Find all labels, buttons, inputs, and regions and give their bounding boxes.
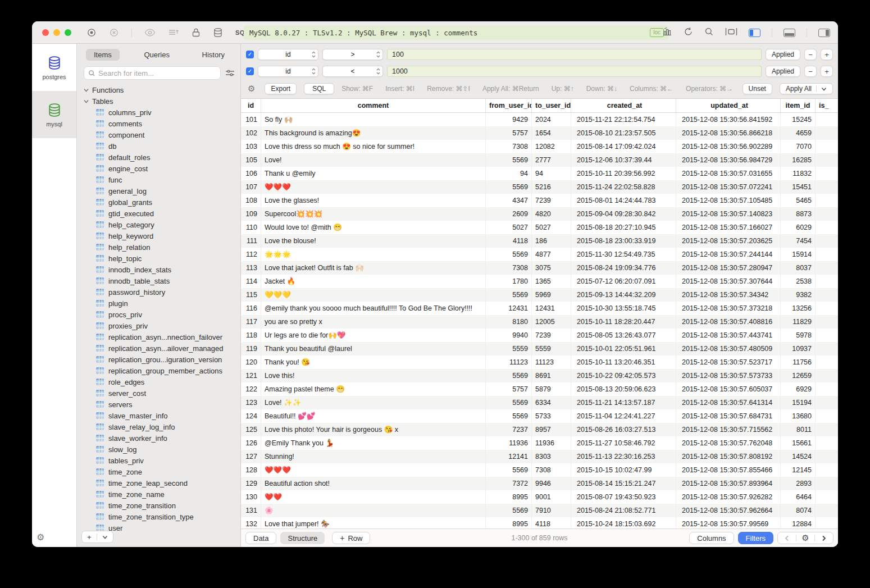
cell-to-user-id[interactable]: 5027 xyxy=(532,221,571,234)
cell-is[interactable] xyxy=(816,248,838,261)
filters-button[interactable]: Filters xyxy=(738,532,773,544)
cell-item-id[interactable]: 5978 xyxy=(781,329,816,342)
sidebar-table-item[interactable]: help_relation xyxy=(77,241,240,253)
cell-to-user-id[interactable]: 9946 xyxy=(532,477,571,490)
cell-is[interactable] xyxy=(816,315,838,329)
database-icon[interactable] xyxy=(213,28,223,38)
cell-from-user-id[interactable]: 5757 xyxy=(486,126,532,140)
cell-id[interactable]: 129 xyxy=(241,477,261,490)
cell-item-id[interactable]: 12884 xyxy=(781,517,816,528)
cell-id[interactable]: 105 xyxy=(241,153,261,167)
cell-item-id[interactable]: 4659 xyxy=(781,126,816,140)
cell-to-user-id[interactable]: 12431 xyxy=(532,302,571,315)
cell-created-at[interactable]: 2015-12-06 10:37:39.44 xyxy=(571,153,676,167)
cell-id[interactable]: 106 xyxy=(241,167,261,180)
cell-to-user-id[interactable]: 11123 xyxy=(532,355,571,369)
sidebar-table-item[interactable]: innodb_index_stats xyxy=(77,264,240,275)
cell-updated-at[interactable]: 2015-12-08 15:30:57.031655 xyxy=(676,167,781,180)
table-row[interactable]: 101 So fly 🙌🏼 9429 2024 2015-11-21 22:12… xyxy=(241,113,838,126)
filter-column-select[interactable]: id xyxy=(258,49,318,60)
cell-comment[interactable]: you are so pretty x xyxy=(261,315,486,329)
cell-to-user-id[interactable]: 4877 xyxy=(532,248,571,261)
cell-comment[interactable]: Amazing pastel theme 😁 xyxy=(261,382,486,396)
cell-created-at[interactable]: 2015-08-13 20:59:06.623 xyxy=(571,382,676,396)
cell-item-id[interactable]: 13256 xyxy=(781,302,816,315)
cell-from-user-id[interactable]: 4347 xyxy=(486,194,532,207)
cell-from-user-id[interactable]: 11123 xyxy=(486,355,532,369)
cell-created-at[interactable]: 2015-07-12 06:20:07.091 xyxy=(571,275,676,288)
cell-comment[interactable]: Thank you! 😘 xyxy=(261,355,486,369)
cell-id[interactable]: 113 xyxy=(241,261,261,275)
table-row[interactable]: 117 you are so pretty x 8180 12005 2015-… xyxy=(241,315,838,329)
focus-mode-icon[interactable] xyxy=(725,28,737,38)
table-row[interactable]: 109 Supercool💥💥💥 2609 4820 2015-09-04 09… xyxy=(241,207,838,221)
cell-created-at[interactable]: 2015-09-04 09:28:30.842 xyxy=(571,207,676,221)
table-row[interactable]: 116 @emily thank you soooo much beautifu… xyxy=(241,302,838,315)
cell-from-user-id[interactable]: 7237 xyxy=(486,423,532,436)
table-row[interactable]: 126 @Emily Thank you 💃 11936 11936 2015-… xyxy=(241,436,838,450)
filter-settings-gear-icon[interactable]: ⚙ xyxy=(248,84,255,94)
cell-created-at[interactable]: 2015-11-27 10:58:46.792 xyxy=(571,436,676,450)
cell-updated-at[interactable]: 2015-12-08 15:30:57.808192 xyxy=(676,450,781,463)
table-row[interactable]: 106 Thank u @emily 94 94 2015-10-11 20:3… xyxy=(241,167,838,180)
cell-id[interactable]: 107 xyxy=(241,180,261,194)
cell-item-id[interactable]: 15451 xyxy=(781,180,816,194)
table-row[interactable]: 129 Beautiful action shot! 7372 9946 201… xyxy=(241,477,838,490)
cell-is[interactable] xyxy=(816,517,838,528)
cell-is[interactable] xyxy=(816,113,838,126)
cell-comment[interactable]: Love the blouse! xyxy=(261,234,486,248)
cell-updated-at[interactable]: 2015-12-08 15:30:57.480509 xyxy=(676,342,781,355)
filter-applied-button[interactable]: Applied xyxy=(766,49,800,60)
cell-is[interactable] xyxy=(816,477,838,490)
cell-comment[interactable]: @emily thank you soooo much beautiful!!!… xyxy=(261,302,486,315)
sql-button[interactable]: SQL xyxy=(304,83,334,94)
sidebar-table-item[interactable]: help_topic xyxy=(77,253,240,264)
cell-to-user-id[interactable]: 5559 xyxy=(532,342,571,355)
toggle-left-panel-icon[interactable] xyxy=(749,29,760,37)
cell-from-user-id[interactable]: 5569 xyxy=(486,248,532,261)
cell-item-id[interactable]: 8037 xyxy=(781,261,816,275)
cell-is[interactable] xyxy=(816,167,838,180)
cell-comment[interactable]: Love this photo! Your hair is gorgeous 😘… xyxy=(261,423,486,436)
filter-options-icon[interactable] xyxy=(225,69,235,77)
cell-comment[interactable]: ❤️❤️ xyxy=(261,490,486,504)
cell-created-at[interactable]: 2015-08-24 19:09:34.776 xyxy=(571,261,676,275)
cell-updated-at[interactable]: 2015-12-08 15:30:57.34342 xyxy=(676,288,781,302)
table-row[interactable]: 107 ❤️❤️❤️ 5569 5216 2015-11-24 22:02:58… xyxy=(241,180,838,194)
remove-filter-button[interactable]: − xyxy=(804,49,817,60)
sidebar-table-item[interactable]: proxies_priv xyxy=(77,320,240,331)
cell-comment[interactable]: Jacket 🔥 xyxy=(261,275,486,288)
cell-is[interactable] xyxy=(816,329,838,342)
table-row[interactable]: 125 Love this photo! Your hair is gorgeo… xyxy=(241,423,838,436)
cell-to-user-id[interactable]: 5969 xyxy=(532,288,571,302)
table-row[interactable]: 124 Beautiful!! 💕💕 5569 5733 2015-11-04 … xyxy=(241,409,838,423)
cell-updated-at[interactable]: 2015-12-08 15:30:57.893964 xyxy=(676,477,781,490)
cell-item-id[interactable]: 11829 xyxy=(781,315,816,329)
sidebar-table-item[interactable]: servers xyxy=(77,399,240,410)
cell-updated-at[interactable]: 2015-12-08 15:30:57.605037 xyxy=(676,382,781,396)
cell-item-id[interactable]: 14524 xyxy=(781,450,816,463)
table-row[interactable]: 121 Love this! 5569 8691 2015-10-22 09:4… xyxy=(241,369,838,382)
cell-created-at[interactable]: 2015-08-05 13:26:43.077 xyxy=(571,329,676,342)
table-row[interactable]: 128 ❤️❤️❤️ 5569 7308 2015-10-15 10:02:47… xyxy=(241,463,838,477)
cell-item-id[interactable]: 2893 xyxy=(781,477,816,490)
cell-is[interactable] xyxy=(816,382,838,396)
cell-comment[interactable]: Would love to! @mith 😁 xyxy=(261,221,486,234)
cell-from-user-id[interactable]: 9940 xyxy=(486,329,532,342)
cell-id[interactable]: 131 xyxy=(241,504,261,517)
cell-item-id[interactable]: 12145 xyxy=(781,463,816,477)
cell-from-user-id[interactable]: 8180 xyxy=(486,315,532,329)
cell-created-at[interactable]: 2015-11-04 12:24:41.227 xyxy=(571,409,676,423)
cell-created-at[interactable]: 2015-11-24 22:02:58.828 xyxy=(571,180,676,194)
cell-id[interactable]: 130 xyxy=(241,490,261,504)
table-row[interactable]: 122 Amazing pastel theme 😁 5757 5879 201… xyxy=(241,382,838,396)
cell-from-user-id[interactable]: 4118 xyxy=(486,234,532,248)
cell-item-id[interactable]: 13680 xyxy=(781,409,816,423)
cell-to-user-id[interactable]: 12082 xyxy=(532,140,571,153)
cell-to-user-id[interactable]: 9001 xyxy=(532,490,571,504)
cell-from-user-id[interactable]: 12141 xyxy=(486,450,532,463)
cell-to-user-id[interactable]: 8691 xyxy=(532,369,571,382)
cell-item-id[interactable]: 9382 xyxy=(781,288,816,302)
cell-from-user-id[interactable]: 5757 xyxy=(486,382,532,396)
cell-item-id[interactable]: 8011 xyxy=(781,423,816,436)
